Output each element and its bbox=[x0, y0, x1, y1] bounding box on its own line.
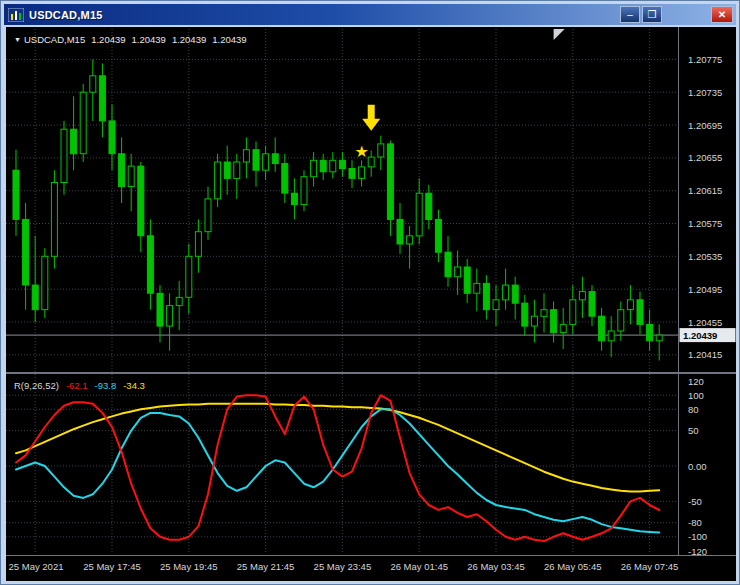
close-button[interactable]: ✕ bbox=[711, 6, 733, 23]
window-title: USDCAD,M15 bbox=[29, 9, 103, 21]
restore-button[interactable]: ❐ bbox=[642, 6, 662, 23]
svg-text:★: ★ bbox=[354, 143, 368, 160]
indicator-value-slow: -34.3 bbox=[123, 380, 145, 391]
chart-canvas[interactable]: ★1.207751.207351.206951.206551.206151.20… bbox=[6, 27, 736, 581]
minimize-button[interactable]: – bbox=[620, 6, 640, 23]
price-chart-canvas[interactable]: ★1.207751.207351.206951.206551.206151.20… bbox=[6, 27, 736, 581]
price-scale[interactable] bbox=[679, 27, 736, 556]
indicator-label: R(9,26,52)-62.1-93.8-34.3 bbox=[14, 380, 152, 391]
symbol-timeframe-label: USDCAD,M15 bbox=[24, 34, 85, 45]
mt4-chart-window: USDCAD,M15 – ❐ ✕ ★1.207751.207351.206951… bbox=[0, 0, 740, 585]
symbol-marker-icon: ▼ bbox=[14, 36, 21, 43]
chart-app-icon bbox=[8, 8, 24, 22]
low-value: 1.20439 bbox=[172, 34, 206, 45]
chart-client-area: ★1.207751.207351.206951.206551.206151.20… bbox=[6, 27, 736, 581]
ohlc-info-label: ▼USDCAD,M151.204391.204391.204391.20439 bbox=[14, 34, 247, 45]
indicator-value-fast: -62.1 bbox=[66, 380, 88, 391]
time-scale[interactable] bbox=[6, 556, 736, 581]
high-value: 1.20439 bbox=[132, 34, 166, 45]
title-bar[interactable]: USDCAD,M15 – ❐ ✕ bbox=[4, 4, 736, 25]
indicator-value-medium: -93.8 bbox=[95, 380, 117, 391]
indicator-name: R(9,26,52) bbox=[14, 380, 59, 391]
close-value: 1.20439 bbox=[212, 34, 246, 45]
open-value: 1.20439 bbox=[91, 34, 125, 45]
